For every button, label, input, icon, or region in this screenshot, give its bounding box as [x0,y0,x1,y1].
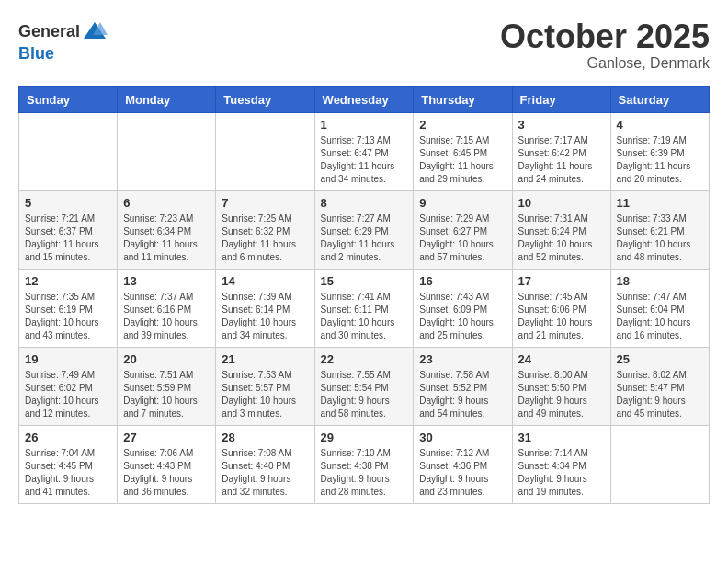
calendar-cell: 22Sunrise: 7:55 AM Sunset: 5:54 PM Dayli… [314,347,414,425]
day-number: 31 [518,431,605,444]
day-info: Sunrise: 7:55 AM Sunset: 5:54 PM Dayligh… [321,369,408,420]
calendar-cell: 11Sunrise: 7:33 AM Sunset: 6:21 PM Dayli… [610,190,709,269]
day-number: 16 [419,274,506,288]
day-info: Sunrise: 7:29 AM Sunset: 6:27 PM Dayligh… [419,213,506,264]
calendar-cell: 15Sunrise: 7:41 AM Sunset: 6:11 PM Dayli… [314,269,414,347]
day-number: 22 [321,352,408,366]
logo-blue: Blue [18,44,54,63]
day-info: Sunrise: 7:49 AM Sunset: 6:02 PM Dayligh… [25,369,111,420]
day-number: 4 [617,118,703,132]
day-number: 13 [123,274,210,288]
calendar-cell: 13Sunrise: 7:37 AM Sunset: 6:16 PM Dayli… [118,269,216,347]
calendar-cell: 7Sunrise: 7:25 AM Sunset: 6:32 PM Daylig… [216,190,314,269]
day-number: 12 [25,274,111,288]
calendar-week-row: 5Sunrise: 7:21 AM Sunset: 6:37 PM Daylig… [19,190,710,269]
day-number: 19 [25,352,111,366]
day-info: Sunrise: 7:51 AM Sunset: 5:59 PM Dayligh… [123,369,210,420]
calendar-cell: 21Sunrise: 7:53 AM Sunset: 5:57 PM Dayli… [216,347,314,425]
logo-general: General [18,22,80,41]
day-number: 26 [25,431,111,444]
calendar-cell: 20Sunrise: 7:51 AM Sunset: 5:59 PM Dayli… [118,347,216,425]
day-number: 23 [419,352,506,366]
day-info: Sunrise: 8:02 AM Sunset: 5:47 PM Dayligh… [617,369,703,420]
calendar-cell: 28Sunrise: 7:08 AM Sunset: 4:40 PM Dayli… [216,425,314,503]
location: Ganlose, Denmark [500,55,710,72]
day-number: 17 [518,274,605,288]
day-info: Sunrise: 7:25 AM Sunset: 6:32 PM Dayligh… [222,213,308,264]
day-number: 29 [321,431,408,444]
month-title: October 2025 [500,18,710,55]
day-number: 30 [419,431,506,444]
day-number: 8 [321,196,408,210]
day-info: Sunrise: 7:27 AM Sunset: 6:29 PM Dayligh… [321,213,408,264]
calendar-cell: 19Sunrise: 7:49 AM Sunset: 6:02 PM Dayli… [19,347,118,425]
day-number: 5 [25,196,111,210]
calendar-cell: 16Sunrise: 7:43 AM Sunset: 6:09 PM Dayli… [414,269,512,347]
day-info: Sunrise: 7:15 AM Sunset: 6:45 PM Dayligh… [419,134,506,186]
calendar-cell: 6Sunrise: 7:23 AM Sunset: 6:34 PM Daylig… [118,190,216,269]
day-info: Sunrise: 7:19 AM Sunset: 6:39 PM Dayligh… [617,134,703,186]
day-info: Sunrise: 7:04 AM Sunset: 4:45 PM Dayligh… [25,447,111,499]
day-number: 10 [518,196,605,210]
day-number: 6 [123,196,210,210]
calendar-cell: 31Sunrise: 7:14 AM Sunset: 4:34 PM Dayli… [512,425,610,503]
day-info: Sunrise: 7:45 AM Sunset: 6:06 PM Dayligh… [518,291,605,342]
calendar-cell [118,112,216,190]
calendar-cell: 17Sunrise: 7:45 AM Sunset: 6:06 PM Dayli… [512,269,610,347]
day-number: 21 [222,352,308,366]
day-number: 24 [518,352,605,366]
calendar-cell: 9Sunrise: 7:29 AM Sunset: 6:27 PM Daylig… [414,190,512,269]
day-info: Sunrise: 7:37 AM Sunset: 6:16 PM Dayligh… [123,291,210,342]
day-info: Sunrise: 8:00 AM Sunset: 5:50 PM Dayligh… [518,369,605,420]
calendar-cell [610,425,709,503]
calendar-cell: 10Sunrise: 7:31 AM Sunset: 6:24 PM Dayli… [512,190,610,269]
day-info: Sunrise: 7:41 AM Sunset: 6:11 PM Dayligh… [321,291,408,342]
day-info: Sunrise: 7:53 AM Sunset: 5:57 PM Dayligh… [222,369,308,420]
calendar-cell: 5Sunrise: 7:21 AM Sunset: 6:37 PM Daylig… [19,190,118,269]
calendar-cell: 30Sunrise: 7:12 AM Sunset: 4:36 PM Dayli… [414,425,512,503]
calendar-week-row: 12Sunrise: 7:35 AM Sunset: 6:19 PM Dayli… [19,269,710,347]
day-number: 28 [222,431,308,444]
logo-icon [82,18,108,44]
calendar-table: SundayMondayTuesdayWednesdayThursdayFrid… [18,86,710,504]
calendar-week-row: 19Sunrise: 7:49 AM Sunset: 6:02 PM Dayli… [19,347,710,425]
calendar-cell: 14Sunrise: 7:39 AM Sunset: 6:14 PM Dayli… [216,269,314,347]
day-number: 9 [419,196,506,210]
day-header-saturday: Saturday [610,86,709,112]
day-info: Sunrise: 7:43 AM Sunset: 6:09 PM Dayligh… [419,291,506,342]
day-info: Sunrise: 7:12 AM Sunset: 4:36 PM Dayligh… [419,447,506,499]
calendar-cell: 23Sunrise: 7:58 AM Sunset: 5:52 PM Dayli… [414,347,512,425]
calendar-cell [19,112,118,190]
day-info: Sunrise: 7:13 AM Sunset: 6:47 PM Dayligh… [321,134,408,186]
day-header-wednesday: Wednesday [314,86,414,112]
day-number: 1 [321,118,408,132]
calendar-week-row: 1Sunrise: 7:13 AM Sunset: 6:47 PM Daylig… [19,112,710,190]
day-number: 25 [617,352,703,366]
page-header: General Blue October 2025 Ganlose, Denma… [18,18,710,72]
day-number: 7 [222,196,308,210]
calendar-cell: 12Sunrise: 7:35 AM Sunset: 6:19 PM Dayli… [19,269,118,347]
day-header-friday: Friday [512,86,610,112]
logo: General Blue [18,18,108,63]
calendar-cell: 25Sunrise: 8:02 AM Sunset: 5:47 PM Dayli… [610,347,709,425]
calendar-cell: 26Sunrise: 7:04 AM Sunset: 4:45 PM Dayli… [19,425,118,503]
day-number: 3 [518,118,605,132]
calendar-cell: 4Sunrise: 7:19 AM Sunset: 6:39 PM Daylig… [610,112,709,190]
day-info: Sunrise: 7:47 AM Sunset: 6:04 PM Dayligh… [617,291,703,342]
day-number: 18 [617,274,703,288]
day-info: Sunrise: 7:33 AM Sunset: 6:21 PM Dayligh… [617,213,703,264]
day-number: 20 [123,352,210,366]
day-info: Sunrise: 7:21 AM Sunset: 6:37 PM Dayligh… [25,213,111,264]
calendar-cell [216,112,314,190]
day-number: 2 [419,118,506,132]
day-number: 27 [123,431,210,444]
day-info: Sunrise: 7:35 AM Sunset: 6:19 PM Dayligh… [25,291,111,342]
calendar-cell: 27Sunrise: 7:06 AM Sunset: 4:43 PM Dayli… [118,425,216,503]
calendar-cell: 8Sunrise: 7:27 AM Sunset: 6:29 PM Daylig… [314,190,414,269]
calendar-cell: 18Sunrise: 7:47 AM Sunset: 6:04 PM Dayli… [610,269,709,347]
day-header-monday: Monday [118,86,216,112]
day-info: Sunrise: 7:06 AM Sunset: 4:43 PM Dayligh… [123,447,210,499]
day-info: Sunrise: 7:31 AM Sunset: 6:24 PM Dayligh… [518,213,605,264]
day-header-sunday: Sunday [19,86,118,112]
calendar-cell: 1Sunrise: 7:13 AM Sunset: 6:47 PM Daylig… [314,112,414,190]
